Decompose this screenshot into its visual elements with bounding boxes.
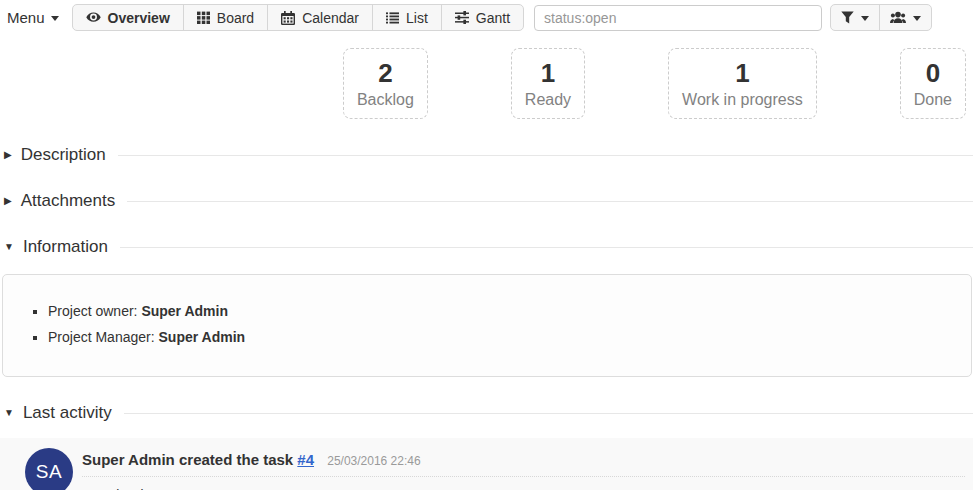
info-value: Super Admin [141, 303, 228, 319]
expanded-arrow-icon: ▼ [4, 242, 14, 252]
summary-label: Backlog [357, 89, 414, 110]
tab-gantt[interactable]: Gantt [441, 5, 523, 30]
activity-timestamp: 25/03/2016 22:46 [327, 454, 420, 468]
section-title: Information [23, 237, 108, 257]
task-link[interactable]: #4 [297, 451, 314, 468]
section-rule [124, 413, 973, 414]
filter-funnel-icon [841, 11, 854, 24]
section-rule [118, 155, 973, 156]
summary-count: 2 [357, 59, 414, 88]
summary-count: 0 [914, 59, 952, 88]
activity-title: Super Admin created the task #4 25/03/20… [82, 451, 965, 477]
tab-list[interactable]: List [372, 5, 441, 30]
tab-list-label: List [406, 10, 428, 26]
section-title: Attachments [21, 191, 116, 211]
eye-icon [86, 12, 101, 23]
summary-box-done: 0 Done [900, 48, 966, 119]
information-list: Project owner: Super Admin Project Manag… [18, 298, 956, 350]
sliders-icon [455, 11, 469, 24]
users-filter-dropdown-button[interactable] [879, 5, 931, 30]
board-grid-icon [197, 11, 210, 24]
column-summary: 2 Backlog 1 Ready 1 Work in progress 0 D… [0, 32, 973, 119]
info-label: Project owner: [48, 303, 137, 319]
info-value: Super Admin [159, 329, 246, 345]
section-rule [120, 247, 973, 248]
section-title: Description [21, 145, 106, 165]
tab-board[interactable]: Board [183, 5, 267, 30]
section-header-last-activity[interactable]: ▼ Last activity [4, 403, 973, 423]
activity-title-text: Super Admin created the task [82, 451, 293, 468]
collapsed-arrow-icon: ▶ [4, 196, 12, 206]
list-icon [386, 12, 399, 24]
collapsed-arrow-icon: ▶ [4, 150, 12, 160]
section-title: Last activity [23, 403, 112, 423]
information-panel: Project owner: Super Admin Project Manag… [2, 274, 972, 377]
filter-buttons [830, 4, 932, 31]
summary-box-backlog: 2 Backlog [343, 48, 428, 119]
list-item: Project Manager: Super Admin [48, 324, 956, 350]
section-header-attachments[interactable]: ▶ Attachments [4, 191, 973, 211]
search-input[interactable] [534, 5, 822, 31]
caret-down-icon [861, 16, 869, 21]
view-switcher: Overview Board [72, 4, 525, 31]
list-item: Project owner: Super Admin [48, 298, 956, 324]
avatar: SA [25, 448, 73, 490]
menu-label: Menu [7, 9, 45, 26]
info-label: Project Manager: [48, 329, 155, 345]
tab-calendar[interactable]: Calendar [267, 5, 372, 30]
activity-content: Super Admin created the task #4 25/03/20… [82, 448, 965, 490]
summary-label: Done [914, 89, 952, 110]
activity-item: SA Super Admin created the task #4 25/03… [0, 438, 973, 490]
summary-count: 1 [682, 59, 803, 88]
summary-label: Ready [525, 89, 571, 110]
summary-box-work-in-progress: 1 Work in progress [668, 48, 817, 119]
tab-board-label: Board [217, 10, 254, 26]
summary-label: Work in progress [682, 89, 803, 110]
calendar-icon [281, 11, 295, 25]
tab-overview-label: Overview [108, 10, 170, 26]
tab-overview[interactable]: Overview [73, 5, 183, 30]
section-header-information[interactable]: ▼ Information [4, 237, 973, 257]
toolbar: Menu Overview Board [0, 0, 973, 32]
section-header-description[interactable]: ▶ Description [4, 145, 973, 165]
summary-box-ready: 1 Ready [511, 48, 585, 119]
summary-count: 1 [525, 59, 571, 88]
section-rule [127, 201, 973, 202]
tab-gantt-label: Gantt [476, 10, 510, 26]
filter-dropdown-button[interactable] [831, 5, 879, 30]
caret-down-icon [51, 16, 59, 21]
caret-down-icon [913, 16, 921, 21]
users-icon [890, 11, 906, 24]
menu-dropdown[interactable]: Menu [7, 9, 59, 26]
expanded-arrow-icon: ▼ [4, 408, 14, 418]
tab-calendar-label: Calendar [302, 10, 359, 26]
